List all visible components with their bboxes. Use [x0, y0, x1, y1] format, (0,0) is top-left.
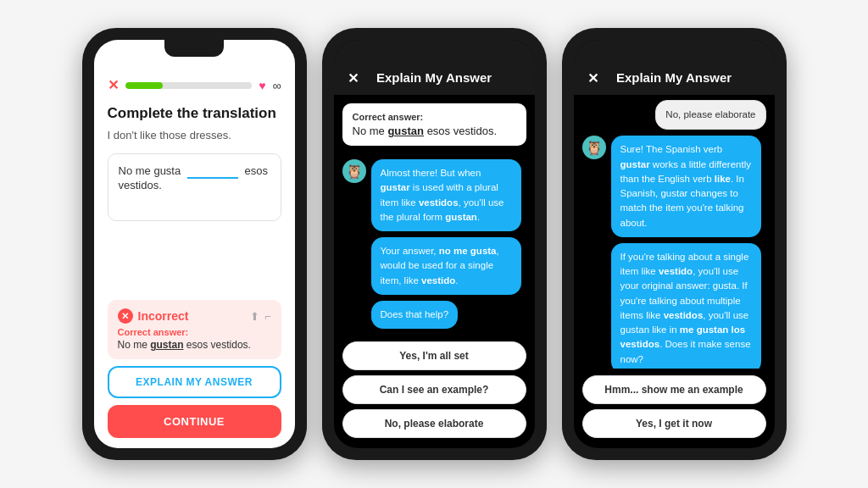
explain-my-answer-button[interactable]: EXPLAIN MY ANSWER [108, 366, 281, 398]
owl-avatar-1: 🦉 [342, 159, 366, 183]
notch-1 [164, 40, 224, 57]
heart-icon: ♥ [259, 79, 265, 92]
phone-1: ✕ ♥ ∞ Complete the translation I don't l… [82, 28, 307, 460]
option-all-set[interactable]: Yes, I'm all set [342, 341, 526, 370]
incorrect-banner: ✕ Incorrect ⬆ ⌐ Correct answer: No me gu… [108, 300, 281, 359]
phone-1-content: ✕ ♥ ∞ Complete the translation I don't l… [94, 40, 295, 448]
chat-messages-2: 🦉 Almost there! But when gustar is used … [334, 154, 535, 335]
incorrect-icon: ✕ [118, 308, 133, 324]
chat-title-2: Explain My Answer [376, 70, 492, 85]
bot-msg-row-3-2: If you're talking about a single item li… [582, 243, 766, 369]
share-icons: ⬆ ⌐ [250, 310, 271, 323]
ca-label-2: Correct answer: [353, 112, 516, 122]
notch-3 [644, 40, 704, 57]
chat-close-icon-2[interactable]: ✕ [348, 70, 359, 86]
exercise-title: Complete the translation [108, 105, 281, 122]
spacer [108, 230, 281, 300]
option-example[interactable]: Can I see an example? [342, 375, 526, 404]
exercise-subtitle: I don't like those dresses. [108, 129, 281, 141]
bot-msg-row-1: 🦉 Almost there! But when gustar is used … [342, 159, 526, 231]
translation-prefix: No me gusta [119, 164, 181, 177]
phone-2: ✕ Explain My Answer Correct answer: No m… [322, 28, 547, 460]
chat-options-3: Hmm... show me an example Yes, I get it … [574, 369, 775, 448]
incorrect-header: ✕ Incorrect ⬆ ⌐ [118, 308, 271, 324]
correct-answer-box-2: Correct answer: No me gustan esos vestid… [342, 103, 526, 146]
bot-bubble-2: Your answer, no me gusta, would be used … [371, 237, 522, 295]
notch-2 [404, 40, 464, 57]
bot-msg-row-2: Your answer, no me gusta, would be used … [342, 237, 526, 295]
bot-msg-row-3: Does that help? [342, 301, 526, 329]
phone-2-screen: ✕ Explain My Answer Correct answer: No m… [334, 40, 535, 448]
bot-msg-row-3-1: 🦉 Sure! The Spanish verb gustar works a … [582, 136, 766, 237]
chat-options-2: Yes, I'm all set Can I see an example? N… [334, 335, 535, 448]
blank-field[interactable] [187, 164, 238, 179]
correct-answer-text: No me gustan esos vestidos. [118, 339, 271, 351]
share-icon[interactable]: ⬆ [250, 310, 259, 323]
user-bubble-1: No, please elaborate [655, 100, 765, 130]
option-elaborate[interactable]: No, please elaborate [342, 409, 526, 438]
bot-bubble-3-1: Sure! The Spanish verb gustar works a li… [611, 136, 762, 237]
phones-container: ✕ ♥ ∞ Complete the translation I don't l… [65, 11, 804, 477]
infinity-icon: ∞ [273, 79, 281, 92]
top-bar: ✕ ♥ ∞ [108, 77, 281, 93]
bookmark-icon[interactable]: ⌐ [264, 310, 271, 323]
bot-bubble-3-2: If you're talking about a single item li… [611, 243, 762, 369]
owl-avatar-3: 🦉 [582, 136, 606, 159]
chat-messages-3: No, please elaborate 🦉 Sure! The Spanish… [574, 95, 775, 369]
correct-answer-label: Correct answer: [118, 327, 271, 337]
progress-fill [125, 82, 164, 89]
bot-bubble-3: Does that help? [371, 301, 459, 329]
ca-text-2: No me gustan esos vestidos. [353, 125, 516, 137]
bot-bubble-1: Almost there! But when gustar is used wi… [371, 159, 522, 231]
option-get-it[interactable]: Yes, I get it now [582, 409, 766, 438]
option-show-example[interactable]: Hmm... show me an example [582, 375, 766, 404]
phone-1-screen: ✕ ♥ ∞ Complete the translation I don't l… [94, 40, 295, 448]
phone-3: ✕ Explain My Answer No, please elaborate… [562, 28, 787, 460]
phone-3-screen: ✕ Explain My Answer No, please elaborate… [574, 40, 775, 448]
progress-bar [125, 82, 253, 89]
continue-button[interactable]: CONTINUE [108, 405, 281, 438]
translation-input-area[interactable]: No me gusta esos vestidos. [108, 153, 281, 221]
user-msg-row-1: No, please elaborate [582, 100, 766, 130]
chat-close-icon-3[interactable]: ✕ [587, 70, 598, 86]
close-icon[interactable]: ✕ [108, 77, 119, 93]
incorrect-label: Incorrect [138, 309, 189, 323]
chat-title-3: Explain My Answer [616, 70, 732, 85]
